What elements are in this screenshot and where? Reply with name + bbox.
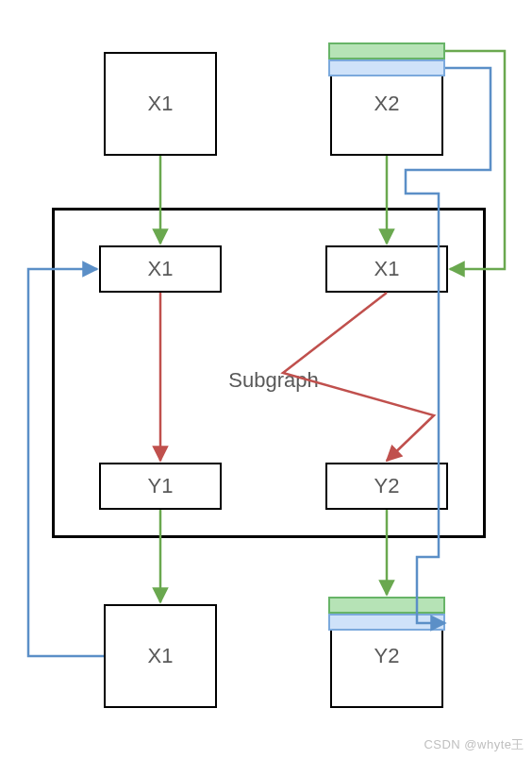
node-sub-bottom-right: Y2 [325,463,448,510]
node-sub-inner-right-label: X1 [374,257,400,281]
overlay-blue-top [328,59,445,76]
overlay-green-bottom [328,597,445,614]
node-sub-bottom-left-label: Y1 [148,474,174,498]
watermark: CSDN @whyte王 [424,736,524,753]
overlay-green-top [328,42,445,59]
node-out-bottom-left-label: X1 [148,644,174,668]
overlay-blue-bottom [328,614,445,631]
subgraph-label: Subgraph [226,368,321,393]
node-top-left-label: X1 [148,92,174,116]
node-top-right-label: X2 [374,92,400,116]
node-out-bottom-left: X1 [104,604,217,708]
node-sub-inner-left: X1 [99,245,222,293]
node-top-left: X1 [104,52,217,156]
node-sub-bottom-left: Y1 [99,463,222,510]
node-sub-bottom-right-label: Y2 [374,474,400,498]
node-sub-inner-right: X1 [325,245,448,293]
node-sub-inner-left-label: X1 [148,257,174,281]
node-out-bottom-right-label: Y2 [374,644,400,668]
